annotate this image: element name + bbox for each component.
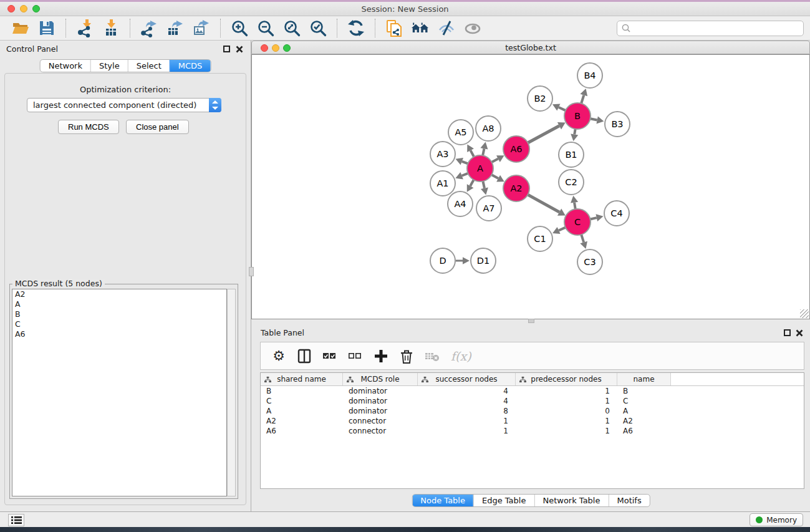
cell-successor-nodes[interactable]: 4 — [418, 396, 516, 406]
cell-successor-nodes[interactable]: 8 — [418, 406, 516, 416]
graph-node-B4[interactable]: B4 — [577, 63, 602, 88]
select-all-icon[interactable] — [322, 348, 338, 364]
cell-name[interactable]: A6 — [617, 426, 671, 436]
graph-node-A8[interactable]: A8 — [476, 116, 501, 141]
table-row[interactable]: A6connector11A6 — [261, 426, 804, 436]
cell-name[interactable]: A — [617, 406, 671, 416]
deselect-all-icon[interactable] — [347, 348, 364, 364]
cell-shared-name[interactable]: A2 — [261, 416, 343, 426]
edge-B-B4[interactable] — [581, 95, 584, 104]
cell-name[interactable]: C — [617, 396, 671, 406]
close-panel-icon[interactable] — [236, 46, 243, 53]
zoom-out-icon[interactable] — [256, 19, 275, 37]
close-table-panel-icon[interactable] — [796, 329, 803, 337]
task-history-button[interactable] — [8, 514, 24, 526]
zoom-fit-icon[interactable] — [282, 19, 301, 37]
cell-successor-nodes[interactable]: 1 — [418, 426, 516, 436]
vertical-splitter-handle[interactable] — [249, 267, 254, 276]
table-tab-node-table[interactable]: Node Table — [412, 495, 473, 506]
tab-mcds[interactable]: MCDS — [170, 60, 211, 72]
edge-B-B1[interactable] — [574, 129, 575, 135]
network-window-titlebar[interactable]: testGlobe.txt — [251, 41, 810, 54]
cell-predecessor-nodes[interactable]: 1 — [516, 396, 617, 406]
search-input[interactable] — [631, 23, 803, 33]
mcds-result-item[interactable]: A2 — [12, 289, 226, 299]
edge-A6-B[interactable] — [528, 126, 559, 143]
zoom-selected-icon[interactable] — [309, 19, 327, 37]
cell-successor-nodes[interactable]: 1 — [418, 416, 516, 426]
cell-shared-name[interactable]: C — [261, 396, 343, 406]
cell-shared-name[interactable]: A — [261, 406, 343, 416]
cell-MCDS-role[interactable]: connector — [343, 416, 418, 426]
export-table-icon[interactable] — [166, 19, 185, 37]
network-canvas[interactable]: AA1A2A3A4A5A6A7A8BB1B2B3B4CC1C2C3C4DD1 — [251, 54, 810, 319]
cell-shared-name[interactable]: A6 — [261, 426, 343, 436]
mcds-result-item[interactable]: A — [12, 299, 226, 309]
graph-node-A4[interactable]: A4 — [448, 191, 473, 216]
edge-A-A8[interactable] — [483, 148, 484, 155]
cell-MCDS-role[interactable]: dominator — [343, 396, 418, 406]
tab-network[interactable]: Network — [41, 60, 90, 72]
graph-node-A5[interactable]: A5 — [448, 120, 473, 145]
cell-name[interactable]: B — [617, 386, 671, 396]
cell-name[interactable]: A2 — [617, 416, 671, 426]
edge-A-A2[interactable] — [491, 175, 498, 178]
edge-A-A6[interactable] — [492, 159, 498, 163]
export-network-icon[interactable] — [140, 19, 158, 37]
graph-node-A[interactable]: A — [467, 155, 493, 181]
graph-node-C3[interactable]: C3 — [577, 249, 602, 274]
column-header-shared-name[interactable]: shared name — [261, 373, 343, 385]
network-graph[interactable]: AA1A2A3A4A5A6A7A8BB1B2B3B4CC1C2C3C4DD1 — [252, 55, 808, 319]
cell-predecessor-nodes[interactable]: 1 — [516, 426, 617, 436]
toggle-panel-icon[interactable] — [296, 348, 312, 364]
cell-predecessor-nodes[interactable]: 1 — [516, 386, 617, 396]
horizontal-splitter-handle[interactable] — [528, 319, 534, 323]
cell-MCDS-role[interactable]: connector — [343, 426, 418, 436]
edge-C-C2[interactable] — [574, 203, 576, 210]
zoom-in-icon[interactable] — [230, 19, 249, 37]
edge-C-C4[interactable] — [590, 218, 596, 219]
run-mcds-button[interactable]: Run MCDS — [58, 120, 119, 134]
table-tab-motifs[interactable]: Motifs — [608, 495, 649, 506]
export-image-icon[interactable] — [192, 19, 211, 37]
home-views-icon[interactable] — [411, 19, 430, 37]
edge-B-B3[interactable] — [591, 118, 597, 120]
mcds-result-list[interactable]: A2ABCA6 — [12, 289, 227, 496]
add-column-icon[interactable] — [373, 348, 389, 364]
cell-MCDS-role[interactable]: dominator — [343, 406, 418, 416]
table-settings-icon[interactable]: ⚙ — [271, 348, 287, 364]
graph-node-A6[interactable]: A6 — [503, 136, 529, 162]
graph-node-A3[interactable]: A3 — [430, 142, 455, 167]
graph-node-B[interactable]: B — [564, 103, 591, 129]
hide-graphics-details-icon[interactable] — [437, 19, 456, 37]
edge-A-A5[interactable] — [471, 150, 475, 157]
import-table-icon[interactable] — [102, 19, 120, 37]
float-table-panel-icon[interactable] — [784, 329, 791, 336]
edge-A2-C[interactable] — [528, 195, 559, 212]
clone-network-icon[interactable] — [385, 19, 403, 37]
table-tab-network-table[interactable]: Network Table — [534, 495, 608, 506]
graph-node-B2[interactable]: B2 — [528, 86, 552, 111]
mcds-result-item[interactable]: B — [12, 309, 226, 319]
edge-C-C3[interactable] — [581, 235, 584, 242]
cell-shared-name[interactable]: B — [261, 386, 343, 396]
graph-node-A2[interactable]: A2 — [503, 175, 529, 201]
graph-node-B3[interactable]: B3 — [605, 112, 630, 137]
graph-node-A1[interactable]: A1 — [430, 171, 455, 196]
column-header-successor-nodes[interactable]: successor nodes — [418, 373, 516, 385]
edge-C-C1[interactable] — [559, 228, 566, 231]
tab-select[interactable]: Select — [128, 60, 170, 72]
graph-node-C4[interactable]: C4 — [604, 201, 629, 226]
save-session-icon[interactable] — [37, 19, 56, 37]
table-row[interactable]: Bdominator41B — [261, 386, 804, 396]
column-header-MCDS-role[interactable]: MCDS role — [343, 373, 418, 385]
mcds-result-scrollbar[interactable] — [227, 289, 236, 496]
graph-node-C1[interactable]: C1 — [528, 226, 552, 251]
float-panel-icon[interactable] — [223, 46, 230, 52]
edge-A-A3[interactable] — [462, 162, 468, 164]
mcds-result-item[interactable]: A6 — [12, 329, 226, 339]
cell-successor-nodes[interactable]: 4 — [418, 386, 516, 396]
edge-A-A1[interactable] — [462, 173, 468, 176]
graph-node-C2[interactable]: C2 — [559, 170, 584, 195]
criterion-select[interactable]: largest connected component (directed) — [27, 98, 221, 112]
